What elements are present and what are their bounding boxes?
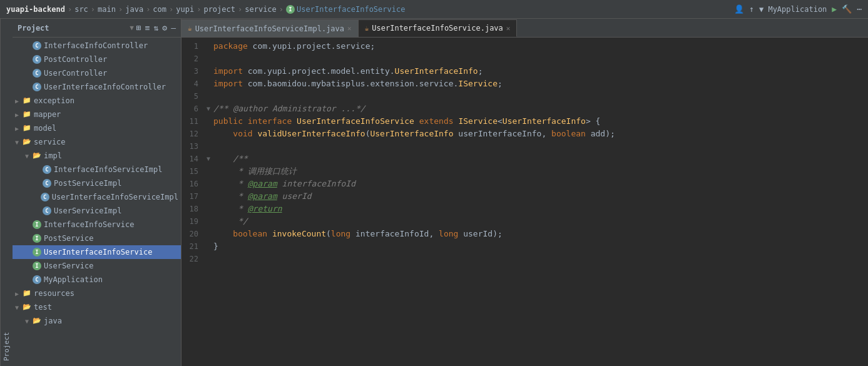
code-line-15: 15 * 调用接口统计 — [181, 165, 868, 178]
tree-item-label: MyApplication — [44, 275, 103, 284]
code-text: * @return — [213, 203, 282, 215]
code-text: */ — [213, 215, 248, 228]
code-line-4: 4 import com.baomidou.mybatisplus.extens… — [181, 78, 868, 90]
tree-item-label: impl — [44, 151, 62, 160]
tree-arrow: ▶ — [15, 98, 23, 104]
user-icon[interactable]: 👤 — [734, 4, 744, 14]
interface-icon: I — [33, 248, 41, 257]
tree-item-model[interactable]: ▶📁model — [13, 121, 181, 135]
tree-item-UserService[interactable]: IUserService — [13, 259, 181, 273]
sidebar-title: Project — [18, 24, 130, 33]
fold-indicator — [203, 128, 213, 140]
code-line-3: 3 import com.yupi.project.model.entity.U… — [181, 65, 868, 78]
line-number: 14 — [181, 153, 203, 165]
editor-tabs: ☕ UserInterfaceInfoServiceImpl.java ✕ ☕ … — [181, 19, 868, 38]
line-number: 20 — [181, 228, 203, 240]
project-sidebar-label[interactable]: Project — [0, 19, 13, 366]
sort-icon[interactable]: ≡ — [145, 23, 150, 33]
tree-item-PostController[interactable]: CPostController — [13, 53, 181, 66]
tree-item-impl[interactable]: ▼📂impl — [13, 149, 181, 163]
code-text: void validUserInterfaceInfo(UserInterfac… — [213, 128, 615, 140]
code-line-13: 13 — [181, 140, 868, 153]
filter-icon[interactable]: ⇅ — [154, 23, 159, 33]
layout-icon[interactable]: ⊞ — [136, 23, 141, 33]
settings-icon[interactable]: ⚙ — [162, 23, 167, 33]
folder-icon: 📁 — [23, 289, 31, 298]
line-number: 13 — [181, 140, 203, 153]
line-number: 18 — [181, 203, 203, 215]
tree-item-UserServiceImpl[interactable]: CUserServiceImpl — [13, 204, 181, 218]
tree-item-UserInterfaceInfoService[interactable]: IUserInterfaceInfoService — [13, 245, 181, 259]
code-line-6: 6 ▼ /** @author Administrator ...*/ — [181, 103, 868, 115]
tab-UserInterfaceInfoService[interactable]: ☕ UserInterfaceInfoService.java ✕ — [359, 19, 518, 37]
sidebar-header: Project ▼ ⊞ ≡ ⇅ ⚙ — — [13, 19, 181, 38]
tree-item-UserController[interactable]: CUserController — [13, 66, 181, 80]
fold-indicator[interactable]: ▼ — [203, 103, 213, 115]
folder-icon: 📂 — [33, 317, 41, 325]
code-text: public interface UserInterfaceInfoServic… — [213, 115, 600, 128]
tree-item-InterfaceInfoController[interactable]: CInterfaceInfoController — [13, 39, 181, 53]
tree-item-test[interactable]: ▼📂test — [13, 300, 181, 314]
fold-indicator — [203, 78, 213, 90]
tree-item-MyApplication[interactable]: CMyApplication — [13, 273, 181, 287]
fold-indicator[interactable]: ▼ — [203, 153, 213, 165]
code-text: boolean invokeCount(long interfaceInfoId… — [213, 228, 503, 240]
class-icon: C — [33, 69, 41, 78]
code-line-18: 18 * @return — [181, 203, 868, 215]
fold-indicator — [203, 240, 213, 253]
fold-indicator — [203, 203, 213, 215]
fold-indicator — [203, 228, 213, 240]
tab-close-button[interactable]: ✕ — [347, 24, 352, 33]
tree-item-label: java — [44, 317, 62, 325]
line-number: 21 — [181, 240, 203, 253]
vcs-icon[interactable]: ↑ — [749, 4, 754, 14]
folder-icon: 📁 — [23, 96, 31, 105]
java-file-icon: ☕ — [188, 24, 192, 33]
tree-item-PostServiceImpl[interactable]: CPostServiceImpl — [13, 176, 181, 190]
tree-item-exception[interactable]: ▶📁exception — [13, 94, 181, 108]
code-line-14: 14 ▼ /** — [181, 153, 868, 165]
line-number: 5 — [181, 90, 203, 103]
tree-item-service[interactable]: ▼📂service — [13, 135, 181, 149]
file-tree: CInterfaceInfoControllerCPostControllerC… — [13, 38, 181, 366]
tree-arrow: ▶ — [15, 290, 23, 297]
tree-item-label: PostServiceImpl — [54, 179, 121, 188]
tree-item-mapper[interactable]: ▶📁mapper — [13, 108, 181, 121]
tab-UserInterfaceInfoServiceImpl[interactable]: ☕ UserInterfaceInfoServiceImpl.java ✕ — [181, 19, 359, 37]
run-icon[interactable]: ▶ — [832, 4, 837, 14]
code-text: package com.yupi.project.service; — [213, 40, 375, 53]
build-icon[interactable]: 🔨 — [842, 4, 852, 14]
code-line-5: 5 — [181, 90, 868, 103]
minimize-icon[interactable]: — — [171, 23, 176, 33]
code-line-20: 20 boolean invokeCount(long interfaceInf… — [181, 228, 868, 240]
tree-item-InterfaceInfoServiceImpl[interactable]: CInterfaceInfoServiceImpl — [13, 163, 181, 176]
tree-item-java[interactable]: ▼📂java — [13, 314, 181, 328]
more-tools-icon[interactable]: ⋯ — [857, 4, 862, 14]
code-line-2: 2 — [181, 53, 868, 65]
tree-item-label: UserInterfaceInfoController — [44, 83, 166, 91]
tree-item-UserInterfaceInfoServiceImpl[interactable]: CUserInterfaceInfoServiceImpl — [13, 190, 181, 204]
folder-icon: 📂 — [33, 151, 41, 160]
code-line-21: 21 } — [181, 240, 868, 253]
editor-panel: ☕ UserInterfaceInfoServiceImpl.java ✕ ☕ … — [181, 19, 868, 366]
tree-item-InterfaceInfoService[interactable]: IInterfaceInfoService — [13, 218, 181, 231]
tree-item-UserInterfaceInfoController[interactable]: CUserInterfaceInfoController — [13, 80, 181, 94]
tree-arrow: ▼ — [25, 153, 33, 160]
code-line-1: 1 package com.yupi.project.service; — [181, 40, 868, 53]
run-config-label[interactable]: ▼ MyApplication — [759, 5, 827, 14]
tree-item-resources[interactable]: ▶📁resources — [13, 287, 181, 300]
top-bar: yuapi-backend › src › main › java › com … — [0, 0, 868, 19]
line-number: 19 — [181, 215, 203, 228]
tree-item-label: InterfaceInfoController — [44, 41, 148, 50]
tree-item-label: exception — [34, 96, 74, 105]
tree-item-PostService[interactable]: IPostService — [13, 231, 181, 245]
code-editor[interactable]: 1 package com.yupi.project.service; 2 3 … — [181, 38, 868, 366]
code-text: import com.yupi.project.model.entity.Use… — [213, 65, 483, 78]
line-number: 16 — [181, 178, 203, 190]
tab-close-button-active[interactable]: ✕ — [506, 24, 511, 33]
line-number: 11 — [181, 115, 203, 128]
tab-label: UserInterfaceInfoServiceImpl.java — [195, 24, 344, 33]
folder-icon: 📂 — [23, 303, 31, 312]
interface-icon: I — [33, 262, 41, 270]
class-icon: C — [33, 83, 41, 91]
